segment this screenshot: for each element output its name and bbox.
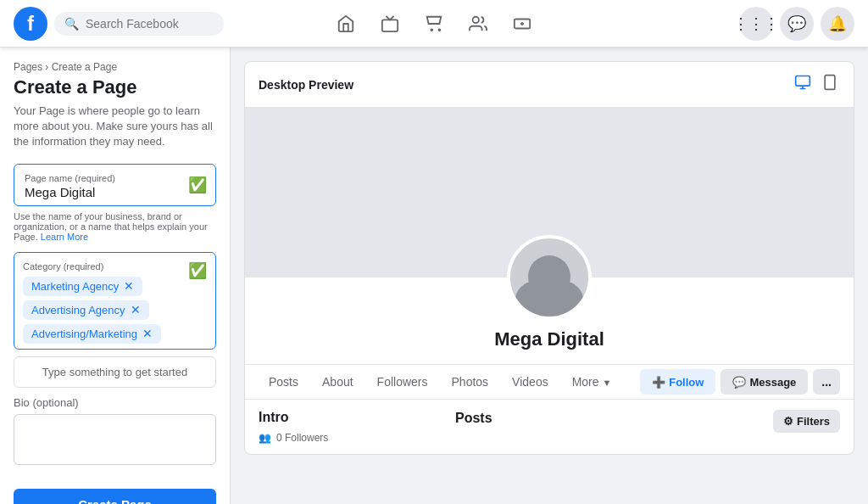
page-name-input[interactable] (25, 185, 205, 199)
apps-button[interactable]: ⋮⋮⋮ (739, 7, 773, 41)
tab-posts[interactable]: Posts (259, 365, 309, 399)
bio-input[interactable] (14, 414, 216, 465)
page-name-preview: Mega Digital (494, 328, 604, 350)
create-page-button[interactable]: Create Page (14, 489, 216, 504)
follow-icon: ➕ (652, 376, 665, 389)
tab-photos[interactable]: Photos (442, 365, 499, 399)
more-actions-button[interactable]: ... (813, 369, 840, 395)
gaming-icon (513, 14, 531, 33)
home-nav-button[interactable] (326, 3, 366, 44)
svg-rect-0 (382, 20, 398, 31)
svg-rect-8 (825, 76, 835, 90)
breadcrumb: Pages › Create a Page (14, 61, 216, 73)
category-box: Category (required) ✅ Marketing Agency ✕… (14, 252, 216, 350)
preview-container: Desktop Preview Mega Digital (244, 61, 854, 455)
posts-title: Posts (455, 411, 492, 426)
category-label: Category (required) (23, 261, 207, 272)
facebook-logo: Facebookf (14, 7, 47, 41)
intro-title: Intro (259, 410, 445, 425)
svg-rect-5 (796, 76, 810, 87)
page-profile-area: Mega Digital (245, 277, 854, 365)
notifications-button[interactable]: 🔔 (821, 7, 854, 41)
posts-section: Posts ⚙ Filters (455, 410, 840, 444)
desktop-preview-button[interactable] (793, 72, 813, 97)
mobile-preview-button[interactable] (820, 72, 840, 97)
followers-count: 👥 0 Followers (259, 432, 445, 444)
marketplace-icon (425, 14, 443, 33)
tag-advertising-agency-remove[interactable]: ✕ (131, 304, 141, 316)
search-bar-container[interactable]: 🔍 (54, 12, 224, 36)
home-icon (337, 14, 355, 33)
category-check-icon: ✅ (188, 261, 207, 280)
top-navigation: Facebookf 🔍 ⋮⋮⋮ 💬 🔔 (0, 0, 868, 48)
tab-followers[interactable]: Followers (367, 365, 438, 399)
mobile-icon (821, 74, 838, 91)
watch-nav-button[interactable] (370, 3, 410, 44)
preview-header: Desktop Preview (245, 62, 854, 108)
preview-title: Desktop Preview (259, 78, 353, 92)
tab-about[interactable]: About (312, 365, 364, 399)
tag-advertising-marketing-remove[interactable]: ✕ (142, 328, 153, 339)
avatar-body (515, 277, 583, 320)
chevron-down-icon: ▼ (602, 378, 611, 388)
friends-nav-button[interactable] (458, 3, 498, 44)
message-button[interactable]: 💬 Message (721, 369, 808, 395)
bio-label: Bio (optional) (14, 396, 216, 409)
page-subtitle: Your Page is where people go to learn mo… (14, 104, 216, 150)
desktop-icon (794, 74, 811, 91)
left-sidebar: Pages › Create a Page Create a Page Your… (0, 48, 231, 504)
page-content: Intro 👥 0 Followers Posts ⚙ Filters (245, 400, 854, 454)
intro-section: Intro 👥 0 Followers (259, 410, 445, 444)
search-input[interactable] (86, 17, 214, 31)
main-layout: Pages › Create a Page Create a Page Your… (0, 48, 868, 504)
search-icon: 🔍 (64, 17, 79, 31)
page-nav-tabs: Posts About Followers Photos Videos More… (245, 365, 854, 400)
page-name-group: Page name (required) ✅ Use the name of y… (14, 164, 216, 242)
right-panel: Desktop Preview Mega Digital (231, 48, 868, 504)
preview-device-icons (793, 72, 840, 97)
svg-point-1 (431, 29, 432, 31)
tag-marketing-agency-remove[interactable]: ✕ (124, 280, 134, 292)
tab-more[interactable]: More ▼ (562, 365, 622, 399)
followers-icon: 👥 (259, 432, 271, 444)
page-name-input-wrapper: Page name (required) ✅ (14, 164, 216, 206)
svg-point-3 (473, 16, 479, 22)
tab-videos[interactable]: Videos (502, 365, 559, 399)
avatar (507, 235, 592, 320)
watch-icon (381, 14, 399, 33)
message-icon: 💬 (732, 376, 746, 389)
nav-center (326, 3, 542, 44)
page-title: Create a Page (14, 76, 216, 98)
filters-icon: ⚙ (783, 415, 793, 428)
nav-right: ⋮⋮⋮ 💬 🔔 (739, 7, 854, 41)
bio-group: Bio (optional) (14, 396, 216, 468)
marketplace-nav-button[interactable] (414, 3, 454, 44)
gaming-nav-button[interactable] (502, 3, 542, 44)
learn-more-link[interactable]: Learn More (41, 232, 88, 242)
follow-button[interactable]: ➕ Follow (640, 369, 715, 395)
filters-button[interactable]: ⚙ Filters (773, 410, 840, 433)
type-hint: Type something to get started (14, 356, 216, 388)
help-text: Use the name of your business, brand or … (14, 211, 216, 242)
page-tab-actions: ➕ Follow 💬 Message ... (640, 369, 840, 395)
friends-icon (469, 14, 487, 33)
tag-marketing-agency: Marketing Agency ✕ (23, 277, 142, 296)
page-name-check-icon: ✅ (188, 176, 207, 194)
posts-header: Posts ⚙ Filters (455, 410, 840, 433)
messenger-button[interactable]: 💬 (780, 7, 814, 41)
tags-container: Marketing Agency ✕ Advertising Agency ✕ … (23, 277, 207, 344)
tag-advertising-marketing: Advertising/Marketing ✕ (23, 324, 161, 344)
nav-left: Facebookf 🔍 (14, 7, 224, 41)
svg-point-2 (439, 29, 441, 31)
page-name-label: Page name (required) (25, 173, 205, 183)
tag-advertising-agency: Advertising Agency ✕ (23, 300, 149, 320)
